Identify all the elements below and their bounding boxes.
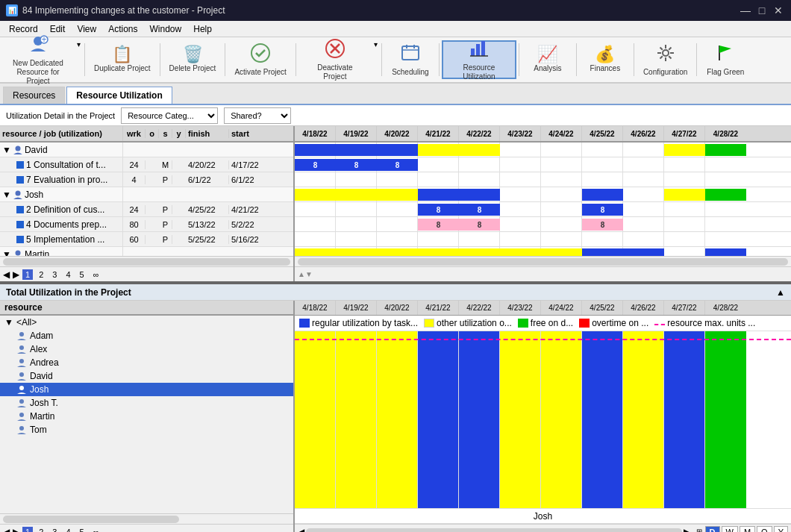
deactivate-button[interactable]: Deactivate Project (298, 40, 372, 79)
analysis-button[interactable]: 📈 Analysis (522, 40, 574, 79)
page-inf[interactable]: ∞ (90, 269, 102, 280)
r-page-inf[interactable]: ∞ (90, 527, 102, 533)
menu-help[interactable]: Help (187, 22, 218, 36)
r-page-5[interactable]: 5 (77, 527, 87, 533)
gantt-date-col: 4/25/22 (582, 126, 623, 141)
table-scroll[interactable] (0, 256, 293, 266)
view-btn-q[interactable]: Q (757, 526, 772, 533)
gantt-row: 8 8 8 (295, 202, 791, 217)
menu-bar: Record Edit View Actions Window Help (0, 21, 791, 37)
wrk-cell: 24 (123, 160, 146, 169)
resource-list-item[interactable]: Alex (0, 342, 293, 356)
tab-resources[interactable]: Resources (3, 87, 65, 104)
chart-bars-area (295, 331, 791, 509)
delete-button[interactable]: 🗑️ Delete Project (163, 40, 223, 79)
gantt-row: 8 8 8 (295, 157, 791, 172)
col-s: s (159, 129, 172, 138)
horizontal-scrollbar[interactable] (3, 258, 290, 266)
view-btn-w[interactable]: W (722, 526, 738, 533)
tab-resource-utilization[interactable]: Resource Utilization (66, 87, 172, 104)
resource-list-item[interactable]: Andrea (0, 356, 293, 369)
table-row[interactable]: 2 Definition of cus... 24 P 4/25/22 4/21… (0, 202, 293, 217)
expand-icon[interactable]: ▼ (2, 249, 11, 257)
resource-category-select[interactable]: Resource Categ... (121, 107, 218, 124)
chart-scroll-left[interactable]: ◀ (298, 527, 304, 533)
collapse-bottom[interactable]: ▲ (776, 287, 785, 298)
deactivate-dropdown[interactable]: ▾ (372, 40, 379, 79)
resource-list-item[interactable]: Tom (0, 423, 293, 436)
table-row[interactable]: 5 Implementation ... 60 P 5/25/22 5/16/2… (0, 232, 293, 247)
scheduling-button[interactable]: Scheduling (384, 40, 437, 79)
close-button[interactable]: ✕ (772, 4, 785, 17)
maximize-button[interactable]: □ (755, 4, 769, 17)
resource-list-scroll[interactable] (0, 513, 293, 524)
page-2[interactable]: 2 (36, 269, 46, 280)
gantt-vertical-scroll[interactable]: ▲▼ (298, 270, 313, 278)
prev-page[interactable]: ◀ (3, 269, 10, 280)
chart-date-col: 4/19/22 (336, 301, 377, 315)
josh-t-label: Josh T. (30, 398, 58, 408)
configuration-button[interactable]: Configuration (637, 40, 694, 79)
gantt-scrollbar[interactable] (298, 258, 788, 266)
chart-bottom-bar: ◀ ▶ ⊞ D W M Q Y (295, 524, 791, 532)
legend-color-yellow (424, 319, 434, 328)
minimize-button[interactable]: — (739, 4, 752, 17)
r-next-page[interactable]: ▶ (13, 527, 19, 533)
menu-actions[interactable]: Actions (102, 22, 143, 36)
duplicate-button[interactable]: 📋 Duplicate Project (87, 40, 157, 79)
resource-list-item[interactable]: Josh T. (0, 396, 293, 410)
window-controls[interactable]: — □ ✕ (739, 4, 785, 17)
r-page-2[interactable]: 2 (36, 527, 46, 533)
chart-horizontal-scrollbar[interactable] (306, 528, 682, 533)
page-4[interactable]: 4 (63, 269, 73, 280)
sep10 (696, 43, 697, 76)
new-dedicated-button[interactable]: + New Dedicated Resource for Project (1, 40, 75, 79)
resource-list-item[interactable]: Adam (0, 329, 293, 342)
scheduling-icon (400, 43, 421, 66)
view-btn-m[interactable]: M (740, 526, 755, 533)
page-5[interactable]: 5 (77, 269, 87, 280)
table-row[interactable]: ▼ Martin (0, 247, 293, 256)
view-btn-d[interactable]: D (705, 526, 720, 533)
flag-green-button[interactable]: Flag Green (699, 40, 751, 79)
chart-scroll-right[interactable]: ▶ (684, 527, 690, 533)
r-prev-page[interactable]: ◀ (3, 527, 10, 533)
svg-point-30 (19, 359, 24, 363)
activate-label: Activate Project (234, 68, 286, 77)
resource-max-line (295, 339, 791, 340)
expand-icon[interactable]: ▼ (2, 190, 11, 200)
table-row[interactable]: ▼ Josh (0, 187, 293, 202)
resource-list-item-selected[interactable]: Josh (0, 383, 293, 396)
svg-line-20 (660, 48, 662, 50)
view-btn-y[interactable]: Y (774, 526, 788, 533)
r-page-4[interactable]: 4 (63, 527, 73, 533)
legend-item-yellow: other utilization o... (424, 318, 512, 328)
resource-list-scrollbar[interactable] (3, 516, 179, 523)
page-3[interactable]: 3 (49, 269, 60, 280)
finances-button[interactable]: 💰 Finances (579, 40, 631, 79)
resource-list-item[interactable]: ▼ <All> (0, 316, 293, 329)
resource-list-item[interactable]: David (0, 369, 293, 383)
r-page-1[interactable]: 1 (22, 527, 33, 533)
menu-view[interactable]: View (71, 22, 102, 36)
resource-list-item[interactable]: Martin (0, 410, 293, 423)
gantt-row (295, 143, 791, 157)
menu-window[interactable]: Window (144, 22, 188, 36)
new-dedicated-dropdown[interactable]: ▾ (75, 40, 82, 79)
table-row[interactable]: 7 Evaluation in pro... 4 P 6/1/22 6/1/22 (0, 172, 293, 187)
next-page[interactable]: ▶ (13, 269, 19, 280)
legend-label-blue: regular utilization by task... (312, 318, 418, 328)
r-page-3[interactable]: 3 (49, 527, 60, 533)
table-row[interactable]: 1 Consultation of t... 24 M 4/20/22 4/17… (0, 157, 293, 172)
table-row[interactable]: 4 Documents prep... 80 P 5/13/22 5/2/22 (0, 217, 293, 232)
page-1[interactable]: 1 (22, 269, 33, 280)
activate-button[interactable]: Activate Project (228, 40, 293, 79)
shared-select[interactable]: Shared? (224, 107, 291, 124)
table-row[interactable]: ▼ David (0, 143, 293, 157)
resource-util-button[interactable]: Resource Utilization (442, 40, 516, 79)
all-expand[interactable]: ▼ (4, 317, 13, 328)
gantt-bar-yellow (664, 189, 705, 201)
col-wrk: wrk (123, 129, 146, 138)
expand-icon[interactable]: ▼ (2, 145, 11, 155)
gantt-scroll[interactable] (295, 256, 791, 266)
